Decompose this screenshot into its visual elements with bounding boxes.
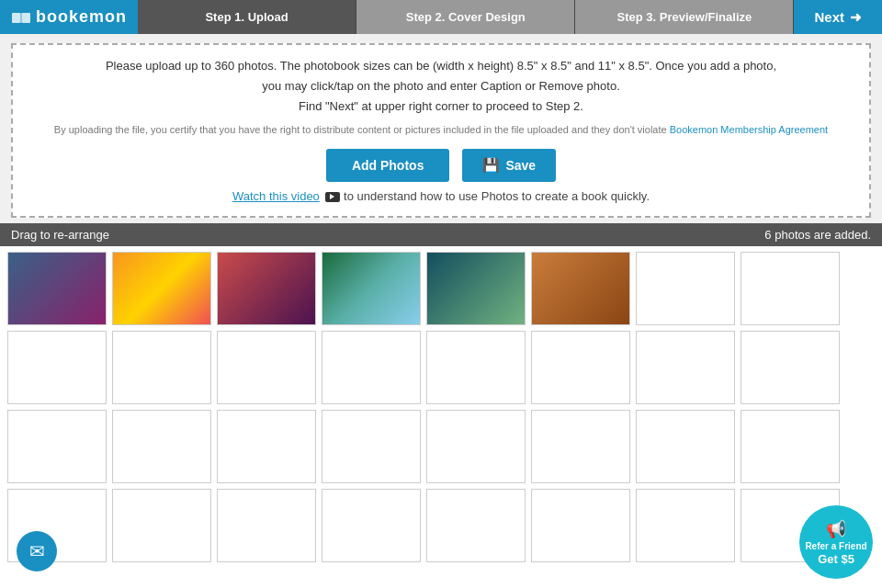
referral-line2: Get $5 [818, 552, 854, 566]
svg-rect-1 [22, 13, 30, 23]
drag-label: Drag to re-arrange [11, 228, 109, 242]
photo-cell-22[interactable] [531, 410, 630, 483]
photo-cell-11[interactable] [217, 331, 316, 404]
logo-area: bookemon [0, 0, 138, 34]
photo-cell-24[interactable] [741, 410, 840, 483]
photo-cell-7[interactable] [636, 252, 735, 325]
terms-link[interactable]: Bookemon Membership Agreement [670, 124, 828, 135]
step-3[interactable]: Step 3. Preview/Finalize [575, 0, 794, 34]
photo-cell-2[interactable] [112, 252, 211, 325]
photo-cell-30[interactable] [531, 489, 630, 562]
next-arrow-icon: ➜ [850, 9, 862, 26]
photos-header: Drag to re-arrange 6 photos are added. [0, 223, 882, 246]
watch-video-link[interactable]: Watch this video [232, 189, 320, 203]
mail-button[interactable]: ✉ [17, 531, 57, 571]
photo-cell-19[interactable] [217, 410, 316, 483]
photo-cell-26[interactable] [112, 489, 211, 562]
photo-cell-29[interactable] [426, 489, 526, 562]
step-2[interactable]: Step 2. Cover Design [356, 0, 575, 34]
photo-cell-27[interactable] [217, 489, 316, 562]
upload-description: Please upload up to 360 photos. The phot… [31, 56, 851, 117]
photos-row-1 [7, 252, 875, 325]
logo-text: bookemon [36, 7, 127, 27]
photo-cell-8[interactable] [741, 252, 840, 325]
referral-line1: Refer a Friend [805, 541, 866, 552]
mail-icon: ✉ [29, 540, 45, 562]
photo-cell-12[interactable] [322, 331, 421, 404]
photo-cell-15[interactable] [636, 331, 735, 404]
photos-row-2 [7, 331, 875, 404]
photo-cell-31[interactable] [636, 489, 735, 562]
steps-nav: Step 1. Upload Step 2. Cover Design Step… [138, 0, 794, 34]
photo-cell-23[interactable] [636, 410, 735, 483]
photo-cell-20[interactable] [322, 410, 421, 483]
photo-cell-5[interactable] [426, 252, 526, 325]
photo-cell-13[interactable] [426, 331, 526, 404]
photo-cell-14[interactable] [531, 331, 630, 404]
photo-cell-1[interactable] [7, 252, 107, 325]
photo-cell-6[interactable] [531, 252, 630, 325]
photo-cell-17[interactable] [7, 410, 107, 483]
step-1[interactable]: Step 1. Upload [138, 0, 356, 34]
photo-cell-4[interactable] [322, 252, 421, 325]
photo-cell-18[interactable] [112, 410, 211, 483]
save-icon: 💾 [482, 157, 500, 174]
photo-cell-10[interactable] [112, 331, 211, 404]
photo-cell-28[interactable] [322, 489, 421, 562]
photo-cell-21[interactable] [426, 410, 526, 483]
save-button[interactable]: 💾 Save [462, 149, 556, 182]
upload-buttons: Add Photos 💾 Save [31, 149, 851, 182]
photos-row-3 [7, 410, 875, 483]
photos-grid [0, 246, 882, 588]
svg-rect-0 [12, 13, 20, 23]
photo-cell-9[interactable] [7, 331, 107, 404]
megaphone-icon: 📢 [826, 519, 846, 539]
upload-terms: By uploading the file, you certify that … [31, 122, 851, 138]
add-photos-button[interactable]: Add Photos [326, 149, 450, 182]
upload-area: Please upload up to 360 photos. The phot… [11, 43, 871, 218]
header: bookemon Step 1. Upload Step 2. Cover De… [0, 0, 882, 34]
watch-video-row: Watch this video to understand how to us… [31, 189, 851, 203]
photos-count: 6 photos are added. [764, 228, 871, 242]
referral-badge[interactable]: 📢 Refer a Friend Get $5 [799, 505, 873, 579]
video-camera-icon [325, 192, 340, 202]
next-button[interactable]: Next ➜ [794, 0, 882, 34]
photo-cell-16[interactable] [741, 331, 840, 404]
logo-book-icon [11, 11, 31, 24]
photo-cell-3[interactable] [217, 252, 316, 325]
photos-row-4 [7, 489, 875, 562]
